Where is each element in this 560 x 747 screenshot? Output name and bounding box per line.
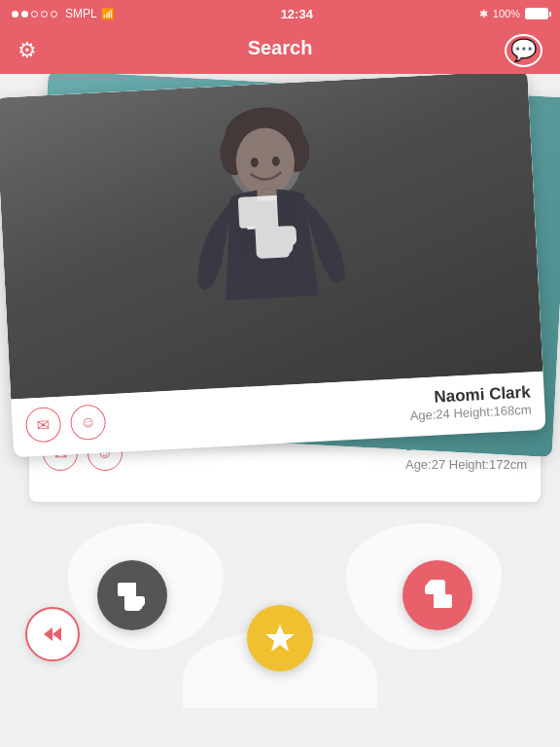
super-like-button[interactable] <box>247 605 313 671</box>
battery-indicator <box>525 8 548 19</box>
signal-dots <box>12 11 57 18</box>
like-icon <box>421 579 454 612</box>
smiley-icon: ☺ <box>80 413 96 432</box>
dot3 <box>31 11 38 18</box>
christina-age-height: Age:27 Height:172cm <box>402 457 527 472</box>
chat-icon[interactable]: 💬 <box>505 34 542 67</box>
dot4 <box>41 11 48 18</box>
naomi-smile-button[interactable]: ☺ <box>70 404 107 441</box>
settings-icon[interactable]: ⚙ <box>18 38 37 63</box>
rewind-button[interactable] <box>25 607 80 661</box>
card-naomi-actions: ✉ ☺ <box>25 404 107 443</box>
svg-marker-8 <box>44 627 52 641</box>
action-area <box>0 523 560 718</box>
rewind-icon <box>41 622 64 646</box>
status-left: SMPL 📶 <box>12 7 115 20</box>
status-right: ✱ 100% <box>479 8 548 20</box>
bluetooth-icon: ✱ <box>479 8 488 20</box>
svg-marker-10 <box>265 624 295 652</box>
status-time: 12:34 <box>281 7 313 21</box>
main-content: ✉ ☺ Naomi Clark Age:24 Height:168cm ✉ <box>0 74 560 747</box>
dot2 <box>21 11 28 18</box>
star-icon <box>263 622 297 655</box>
wifi-icon: 📶 <box>101 8 115 20</box>
dot1 <box>12 11 18 18</box>
dot5 <box>51 11 57 18</box>
card-photo-background <box>0 74 542 399</box>
mail-icon: ✉ <box>37 415 51 435</box>
battery-fill <box>526 9 547 18</box>
carrier-name: SMPL <box>65 7 97 20</box>
battery-percent: 100% <box>493 8 520 19</box>
nav-title: Search <box>248 37 313 59</box>
thumbs-down-overlay-icon <box>228 186 310 283</box>
dislike-overlay <box>0 74 542 399</box>
naomi-details: Naomi Clark Age:24 Height:168cm <box>408 382 532 422</box>
dislike-button[interactable] <box>97 560 167 630</box>
naomi-message-button[interactable]: ✉ <box>25 407 62 444</box>
svg-marker-9 <box>52 627 61 641</box>
dislike-icon <box>116 579 149 612</box>
nav-bar: ⚙ Search 💬 <box>0 27 560 74</box>
card-photo <box>0 74 542 399</box>
card-naomi[interactable]: ✉ ☺ Naomi Clark Age:24 Height:168cm <box>0 74 546 457</box>
like-button[interactable] <box>402 560 472 630</box>
status-bar: SMPL 📶 12:34 ✱ 100% <box>0 0 560 27</box>
